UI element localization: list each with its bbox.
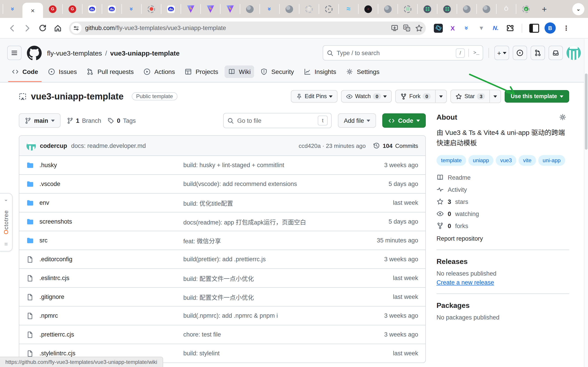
browser-tab[interactable] [240,4,260,14]
browser-tab[interactable] [319,4,338,14]
topic-tag[interactable]: vue3 [496,155,516,166]
pull-requests-header-button[interactable] [531,46,545,60]
commit-message-cell[interactable]: build(.npmrc): add .npmrc & pnpm i [183,312,351,319]
commit-message-cell[interactable]: build(vscode): add recommend extensions [183,181,351,187]
tab-pull-requests[interactable]: Pull requests [83,66,137,82]
inbox-button[interactable] [549,46,563,60]
browser-tab[interactable] [358,4,378,14]
file-name[interactable]: .husky [39,162,57,168]
file-name[interactable]: .npmrc [39,312,58,319]
file-row[interactable]: .eslintrc.cjs build: 配置文件一点小优化 last week [19,268,425,287]
address-bar[interactable]: github.com/fly-vue3-templates/vue3-uniap… [69,21,426,35]
star-dropdown-button[interactable] [490,90,501,103]
commit-message-cell[interactable]: build: 配置文件一点小优化 [183,274,351,283]
watch-button[interactable]: Watch 0 [341,90,392,103]
commit-message-cell[interactable]: build: stylelint [183,350,351,357]
browser-tab[interactable] [338,4,358,14]
commit-message-cell[interactable]: chore: test file [183,331,351,338]
tab-actions[interactable]: Actions [140,66,179,82]
browser-tab[interactable] [299,4,319,14]
n-extension-icon[interactable]: N. [491,24,500,33]
breadcrumb-org[interactable]: fly-vue3-templates [47,49,102,57]
chevrons-extension-icon[interactable] [462,24,471,33]
browser-tab[interactable] [437,4,457,14]
profile-avatar[interactable]: B [545,22,556,33]
add-file-button[interactable]: Add file [338,113,376,128]
browser-tab[interactable] [82,4,102,14]
bookmark-star-icon[interactable] [415,24,423,32]
react-extension-icon[interactable] [434,24,443,33]
github-logo-icon[interactable] [27,45,42,60]
browser-tab[interactable] [121,4,141,14]
hamburger-menu-button[interactable] [7,46,22,60]
commit-sha-time[interactable]: ccd420a · 23 minutes ago [299,142,366,149]
browser-tab[interactable] [141,4,161,14]
install-app-icon[interactable] [391,24,398,32]
browser-tab[interactable] [417,4,437,14]
file-name[interactable]: src [39,237,48,244]
browser-tab[interactable] [260,4,279,14]
x-extension-icon[interactable]: X [448,24,457,33]
forward-button[interactable] [21,21,34,35]
browser-tab[interactable] [397,4,417,14]
browser-menu-icon[interactable]: ⋮ [561,24,571,32]
tab-issues[interactable]: Issues [44,66,80,82]
octotree-panel[interactable]: › Octotree ≡ [0,193,13,251]
command-palette-icon[interactable]: >_ [468,49,479,57]
puzzle-extensions-icon[interactable] [505,24,514,33]
tags-link[interactable]: 0Tags [108,117,136,124]
scrollbar-thumb[interactable] [585,74,588,150]
browser-tab[interactable]: × [22,3,43,18]
issues-header-button[interactable] [513,46,527,60]
commit-message-cell[interactable]: build: 优化title配置 [183,198,351,207]
fork-dropdown-button[interactable] [435,90,447,103]
repo-title[interactable]: vue3-uniapp-template [31,91,124,101]
readme-link[interactable]: Readme [437,174,569,181]
topic-tag[interactable]: vite [519,155,536,166]
user-avatar[interactable] [566,46,581,60]
tab-insights[interactable]: Insights [300,66,340,82]
tab-projects[interactable]: Projects [181,66,222,82]
activity-link[interactable]: Activity [437,186,569,193]
use-this-template-button[interactable]: Use this template [505,90,569,103]
edit-pins-button[interactable]: Edit Pins [291,90,338,103]
reload-button[interactable] [36,21,49,35]
file-name[interactable]: .eslintrc.cjs [39,275,69,281]
vue-extension-icon[interactable]: ▼ [477,24,486,33]
packages-heading[interactable]: Packages [437,301,569,310]
commits-history-link[interactable]: 104 Commits [373,142,418,149]
octotree-expand-icon[interactable]: › [3,200,9,201]
breadcrumb-repo[interactable]: vue3-uniapp-template [110,49,179,57]
octotree-menu-icon[interactable]: ≡ [4,241,8,247]
browser-tab[interactable] [279,4,299,14]
commit-message-cell[interactable]: build: 配置文件一点小优化 [183,292,351,301]
file-row[interactable]: env build: 优化title配置 last week [19,193,425,212]
stars-link[interactable]: 3stars [437,198,569,205]
tab-code[interactable]: Code [8,66,42,82]
commit-message-cell[interactable]: docs(readme): app 打包成apk运行，页面空白 [183,217,351,226]
watching-link[interactable]: 0watching [437,210,569,217]
browser-tab[interactable] [43,4,62,14]
browser-tab[interactable] [220,4,240,14]
file-name[interactable]: .prettierrc.cjs [39,331,74,338]
site-settings-icon[interactable] [71,23,82,33]
browser-tab[interactable] [3,4,22,14]
about-settings-gear-icon[interactable] [556,113,569,121]
browser-tab[interactable] [496,4,516,14]
tab-search-button[interactable]: ⌄ [572,3,584,15]
page-scrollbar[interactable] [584,39,588,367]
topic-tag[interactable]: template [437,155,466,166]
file-row[interactable]: src feat: 微信分享 35 minutes ago [19,231,425,250]
tab-settings[interactable]: Settings [342,66,383,82]
file-row[interactable]: .prettierrc.cjs chore: test file 3 weeks… [19,325,425,344]
create-new-button[interactable]: + [494,46,509,60]
browser-tab[interactable] [102,4,121,14]
file-name[interactable]: screenshots [39,218,72,225]
tab-security[interactable]: Security [257,66,298,82]
tab-wiki[interactable]: Wiki [225,66,254,82]
go-to-file-input[interactable]: Go to file t [223,113,332,128]
file-name[interactable]: env [39,200,49,206]
file-row[interactable]: .vscode build(vscode): add recommend ext… [19,174,425,193]
code-dropdown-button[interactable]: Code [383,113,426,128]
report-repository-link[interactable]: Report repository [437,235,569,242]
